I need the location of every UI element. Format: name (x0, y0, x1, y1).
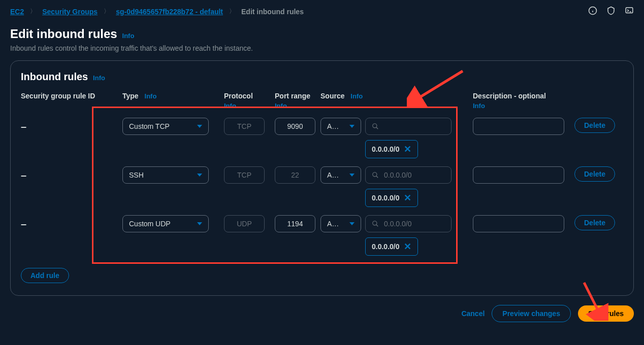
chevron-down-icon (349, 125, 355, 128)
svg-line-9 (376, 225, 378, 227)
col-protocol-info[interactable]: Info (224, 102, 275, 110)
col-type-info[interactable]: Info (145, 92, 157, 100)
save-rules-button[interactable]: Save rules (578, 305, 634, 322)
column-headers: Security group rule ID Type Info Protoco… (21, 92, 623, 110)
delete-button[interactable]: Delete (574, 118, 615, 133)
svg-point-8 (373, 221, 377, 225)
footer-actions: Cancel Preview changes Save rules (0, 296, 644, 331)
terminal-icon[interactable] (625, 6, 634, 17)
port-range-field[interactable]: 9090 (275, 118, 315, 135)
breadcrumb-sg-detail[interactable]: sg-0d9465657fb228b72 - default (116, 8, 223, 16)
type-select[interactable]: SSH (122, 166, 209, 184)
rule-row: – Custom TCP TCP 9090 A… (21, 118, 623, 158)
chevron-right-icon: 〉 (104, 7, 110, 16)
info-icon[interactable] (588, 6, 597, 17)
description-input[interactable] (473, 215, 564, 232)
protocol-field: UDP (224, 215, 265, 232)
col-port-info[interactable]: Info (275, 102, 320, 110)
col-desc-info[interactable]: Info (473, 102, 574, 110)
cancel-button[interactable]: Cancel (461, 309, 485, 318)
chevron-down-icon (197, 125, 202, 128)
rule-row: – Custom UDP UDP 1194 A… 0.0.0.0/0 (21, 215, 623, 256)
col-source: Source (320, 92, 344, 100)
col-desc: Description - optional (473, 92, 574, 100)
type-select[interactable]: Custom TCP (122, 118, 209, 135)
description-input[interactable] (473, 118, 564, 135)
svg-line-7 (376, 176, 378, 178)
breadcrumb: EC2 〉 Security Groups 〉 sg-0d9465657fb22… (0, 0, 644, 23)
svg-point-4 (373, 124, 377, 128)
type-select[interactable]: Custom UDP (122, 215, 209, 232)
add-rule-button[interactable]: Add rule (21, 268, 69, 283)
source-select[interactable]: A… (320, 118, 361, 135)
cidr-chip: 0.0.0.0/0 ✕ (365, 189, 418, 207)
rule-id: – (21, 166, 122, 181)
inbound-rules-panel: Inbound rules Info Security group rule I… (10, 60, 634, 296)
panel-info-link[interactable]: Info (93, 74, 105, 82)
breadcrumb-security-groups[interactable]: Security Groups (42, 8, 98, 16)
chevron-down-icon (349, 174, 355, 177)
search-icon (372, 220, 379, 227)
close-icon[interactable]: ✕ (404, 144, 411, 155)
col-type: Type (122, 92, 139, 100)
col-source-info[interactable]: Info (350, 92, 363, 100)
delete-button[interactable]: Delete (574, 166, 615, 182)
rule-id: – (21, 215, 122, 230)
cidr-chip: 0.0.0.0/0 ✕ (365, 237, 418, 256)
chevron-right-icon: 〉 (30, 7, 36, 16)
protocol-field: TCP (224, 118, 265, 135)
source-search-input[interactable]: 0.0.0.0/0 (365, 215, 452, 232)
port-range-field[interactable]: 1194 (275, 215, 315, 232)
col-sgid: Security group rule ID (21, 92, 122, 110)
svg-line-5 (376, 127, 378, 129)
source-search-input[interactable] (365, 118, 452, 135)
search-icon (372, 123, 379, 130)
chevron-right-icon: 〉 (229, 7, 235, 16)
source-select[interactable]: A… (320, 166, 361, 184)
close-icon[interactable]: ✕ (404, 192, 411, 203)
col-port: Port range (275, 92, 320, 100)
chevron-down-icon (349, 222, 355, 225)
rule-row: – SSH TCP 22 A… 0.0.0.0/0 (21, 166, 623, 207)
preview-changes-button[interactable]: Preview changes (492, 305, 571, 322)
chevron-down-icon (197, 222, 202, 225)
page-title: Edit inbound rules (10, 27, 117, 41)
rule-id: – (21, 118, 122, 132)
svg-rect-3 (626, 8, 633, 13)
source-select[interactable]: A… (320, 215, 361, 232)
page-title-info-link[interactable]: Info (122, 32, 135, 40)
protocol-field: TCP (224, 166, 265, 184)
port-range-field: 22 (275, 166, 315, 184)
close-icon[interactable]: ✕ (404, 241, 411, 252)
page-subtitle: Inbound rules control the incoming traff… (10, 44, 634, 52)
svg-point-6 (373, 172, 377, 177)
breadcrumb-current: Edit inbound rules (241, 8, 304, 16)
breadcrumb-ec2[interactable]: EC2 (10, 8, 24, 16)
panel-title: Inbound rules (21, 71, 88, 83)
description-input[interactable] (473, 166, 564, 184)
cidr-chip: 0.0.0.0/0 ✕ (365, 140, 418, 158)
search-icon (372, 171, 379, 179)
delete-button[interactable]: Delete (574, 215, 615, 230)
source-search-input[interactable]: 0.0.0.0/0 (365, 166, 452, 184)
chevron-down-icon (197, 174, 202, 177)
shield-icon[interactable] (606, 6, 616, 17)
col-protocol: Protocol (224, 92, 275, 100)
